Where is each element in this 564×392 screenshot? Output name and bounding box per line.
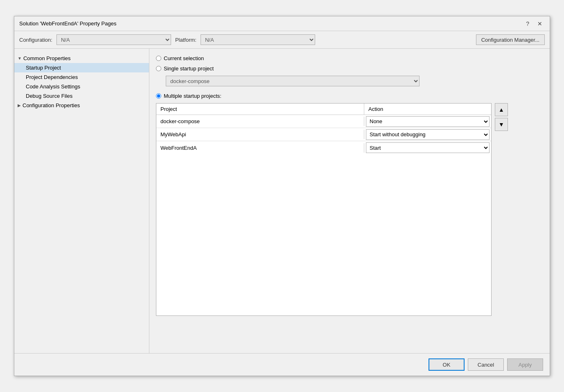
sidebar-label-code-analysis: Code Analysis Settings	[26, 83, 80, 90]
config-select[interactable]: N/A	[56, 34, 171, 45]
dialog-title: Solution 'WebFrontEndA' Property Pages	[19, 20, 116, 27]
sidebar-label-startup: Startup Project	[26, 65, 61, 71]
sidebar-item-project-dependencies[interactable]: Project Dependencies	[14, 72, 149, 82]
sidebar-item-debug-source[interactable]: Debug Source Files	[14, 91, 149, 101]
th-action: Action	[364, 104, 491, 115]
config-manager-button[interactable]: Configuration Manager...	[476, 34, 545, 45]
radio-row-multiple: Multiple startup projects:	[156, 93, 543, 99]
radio-current-selection[interactable]	[156, 56, 161, 61]
td-project-1: docker-compose	[156, 117, 364, 126]
sidebar-item-code-analysis[interactable]: Code Analysis Settings	[14, 82, 149, 91]
projects-table: Project Action docker-compose None Start…	[156, 103, 492, 316]
sidebar: ▼ Common Properties Startup Project Proj…	[14, 49, 149, 353]
title-bar-controls: ? ✕	[523, 20, 545, 28]
collapse-arrow-common: ▼	[18, 56, 22, 61]
td-action-1[interactable]: None Start Start without debugging	[364, 115, 491, 128]
radio-current-label[interactable]: Current selection	[164, 55, 204, 61]
radio-multiple-startup[interactable]	[156, 93, 161, 99]
td-action-3[interactable]: None Start Start without debugging	[364, 142, 491, 154]
footer: OK Cancel Apply	[14, 353, 550, 376]
apply-button[interactable]: Apply	[507, 358, 543, 371]
main-content: ▼ Common Properties Startup Project Proj…	[14, 49, 550, 353]
sidebar-item-common-properties[interactable]: ▼ Common Properties	[14, 54, 149, 63]
action-select-1[interactable]: None Start Start without debugging	[366, 116, 490, 127]
radio-row-current: Current selection	[156, 55, 543, 61]
help-button[interactable]: ?	[523, 20, 532, 28]
ok-button[interactable]: OK	[429, 358, 465, 371]
sidebar-label-debug-source: Debug Source Files	[26, 93, 72, 99]
config-bar: Configuration: N/A Platform: N/A Configu…	[14, 31, 550, 49]
td-project-3: WebFrontEndA	[156, 143, 364, 153]
sidebar-section: ▼ Common Properties Startup Project Proj…	[14, 52, 149, 112]
action-select-3[interactable]: None Start Start without debugging	[366, 142, 490, 153]
platform-label: Platform:	[175, 37, 196, 43]
radio-multiple-label[interactable]: Multiple startup projects:	[164, 93, 221, 99]
sidebar-label-config: Configuration Properties	[23, 102, 80, 108]
td-project-2: MyWebApi	[156, 130, 364, 139]
radio-single-startup[interactable]	[156, 66, 161, 71]
action-select-2[interactable]: None Start Start without debugging	[366, 129, 490, 140]
move-up-button[interactable]: ▲	[495, 103, 508, 116]
sidebar-label-dependencies: Project Dependencies	[26, 74, 78, 80]
collapse-arrow-config: ▶	[18, 103, 21, 108]
arrow-buttons: ▲ ▼	[495, 103, 508, 131]
projects-table-container: Project Action docker-compose None Start…	[156, 103, 543, 316]
platform-select[interactable]: N/A	[201, 34, 315, 45]
table-row: WebFrontEndA None Start Start without de…	[156, 141, 491, 154]
table-row: docker-compose None Start Start without …	[156, 115, 491, 128]
single-project-dropdown[interactable]: docker-compose	[166, 76, 420, 86]
table-row: MyWebApi None Start Start without debugg…	[156, 128, 491, 141]
table-header: Project Action	[156, 104, 491, 115]
config-label: Configuration:	[19, 37, 52, 43]
close-button[interactable]: ✕	[535, 20, 545, 28]
sidebar-item-config-properties[interactable]: ▶ Configuration Properties	[14, 101, 149, 110]
dialog: Solution 'WebFrontEndA' Property Pages ?…	[14, 16, 550, 376]
sidebar-label-common: Common Properties	[23, 55, 71, 61]
td-action-2[interactable]: None Start Start without debugging	[364, 128, 491, 141]
radio-row-single: Single startup project	[156, 65, 543, 72]
cancel-button[interactable]: Cancel	[468, 358, 504, 371]
move-down-button[interactable]: ▼	[495, 118, 508, 131]
sidebar-item-startup-project[interactable]: Startup Project	[14, 63, 149, 72]
title-bar: Solution 'WebFrontEndA' Property Pages ?…	[14, 16, 550, 31]
radio-single-label[interactable]: Single startup project	[164, 65, 214, 72]
right-panel: Current selection Single startup project…	[149, 49, 550, 353]
th-project: Project	[156, 104, 364, 115]
